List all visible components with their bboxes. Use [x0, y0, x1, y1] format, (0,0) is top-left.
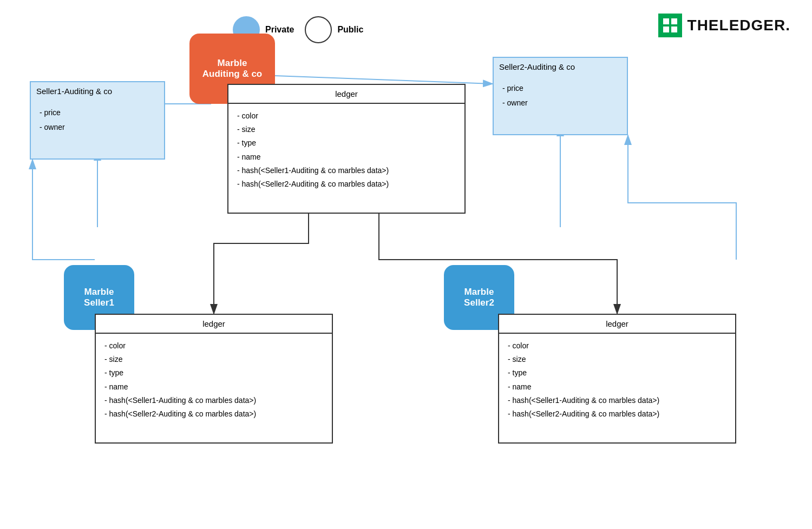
seller1-auditing-body: - price - owner [31, 100, 164, 140]
field: - hash(<Seller2-Auditing & co marbles da… [104, 407, 323, 421]
seller1-ledger-header: ledger [96, 315, 332, 334]
field: - hash(<Seller2-Auditing & co marbles da… [237, 177, 456, 191]
field: - type [508, 366, 726, 380]
field: - type [237, 136, 456, 150]
field: - color [237, 109, 456, 123]
field: - price [502, 81, 618, 96]
field: - name [237, 150, 456, 164]
seller2-ledger-node: ledger - color - size - type - name - ha… [498, 314, 736, 444]
main-ledger-node: ledger - color - size - type - name - ha… [227, 84, 466, 214]
seller1-auditing-node: Seller1-Auditing & co - price - owner [30, 81, 165, 160]
field: - hash(<Seller2-Auditing & co marbles da… [508, 407, 726, 421]
public-label: Public [337, 25, 363, 35]
public-circle-icon [305, 16, 332, 43]
legend-public: Public [305, 16, 363, 43]
logo: THELEDGER. [658, 14, 790, 37]
field: - size [104, 353, 323, 366]
seller2-auditing-body: - price - owner [494, 76, 627, 115]
field: - name [508, 380, 726, 394]
logo-text: THELEDGER. [687, 17, 790, 34]
main-ledger-header: ledger [228, 85, 464, 104]
field: - type [104, 366, 323, 380]
svg-rect-2 [663, 27, 669, 32]
field: - size [508, 353, 726, 366]
arrows-diagram [0, 0, 812, 529]
private-label: Private [265, 25, 294, 35]
field: - size [237, 123, 456, 136]
marble-auditing-label: Marble Auditing & co [197, 52, 267, 85]
marble-seller2-label: Marble Seller2 [464, 287, 494, 308]
seller2-ledger-body: - color - size - type - name - hash(<Sel… [499, 334, 735, 426]
field: - price [40, 105, 155, 120]
field: - color [104, 339, 323, 353]
field: - hash(<Seller1-Auditing & co marbles da… [237, 164, 456, 177]
seller2-ledger-header: ledger [499, 315, 735, 334]
field: - name [104, 380, 323, 394]
field: - color [508, 339, 726, 353]
svg-rect-3 [671, 27, 677, 32]
marble-seller1-label: Marble Seller1 [84, 287, 114, 308]
svg-rect-1 [671, 18, 677, 24]
field: - owner [40, 120, 155, 135]
field: - hash(<Seller1-Auditing & co marbles da… [508, 394, 726, 407]
seller1-ledger-body: - color - size - type - name - hash(<Sel… [96, 334, 332, 426]
field: - hash(<Seller1-Auditing & co marbles da… [104, 394, 323, 407]
seller1-auditing-header: Seller1-Auditing & co [31, 82, 164, 100]
field: - owner [502, 96, 618, 110]
logo-icon [658, 14, 682, 37]
seller1-ledger-node: ledger - color - size - type - name - ha… [95, 314, 333, 444]
svg-line-8 [275, 76, 493, 84]
seller2-auditing-node: Seller2-Auditing & co - price - owner [493, 57, 628, 135]
svg-rect-0 [663, 18, 669, 24]
main-ledger-body: - color - size - type - name - hash(<Sel… [228, 104, 464, 196]
seller2-auditing-header: Seller2-Auditing & co [494, 58, 627, 76]
